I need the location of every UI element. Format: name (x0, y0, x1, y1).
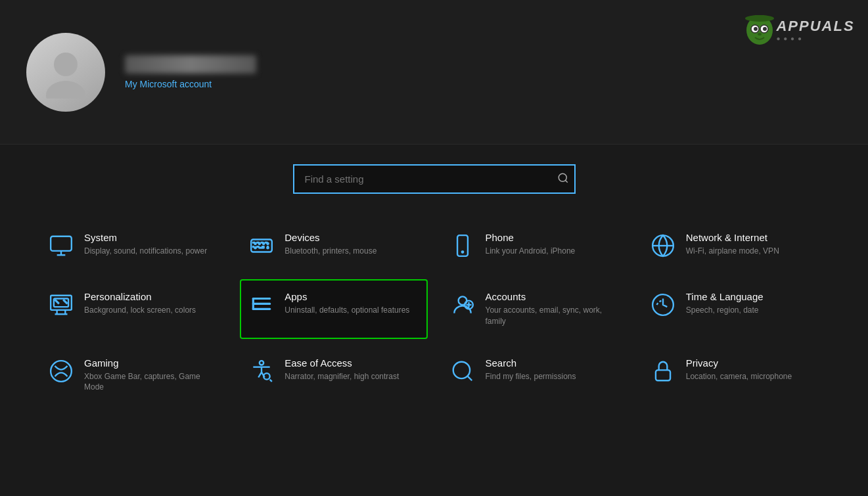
settings-desc-ease: Narrator, magnifier, high contrast (285, 371, 399, 382)
person-icon (450, 292, 475, 320)
xbox-icon (49, 359, 74, 386)
search-icon (557, 172, 569, 184)
settings-text-apps: Apps Uninstall, defaults, optional featu… (285, 291, 409, 316)
profile-info: My Microsoft account (125, 55, 256, 89)
settings-text-ease: Ease of Access Narrator, magnifier, high… (285, 357, 399, 382)
svg-rect-42 (252, 298, 271, 300)
keyboard-icon (249, 233, 274, 261)
svg-point-7 (754, 27, 758, 31)
settings-text-gaming: Gaming Xbox Game Bar, captures, Game Mod… (84, 357, 217, 394)
settings-title-devices: Devices (285, 232, 377, 243)
settings-title-apps: Apps (285, 291, 409, 302)
settings-item-devices[interactable]: Devices Bluetooth, printers, mouse (240, 220, 427, 273)
settings-text-system: System Display, sound, notifications, po… (84, 232, 207, 257)
settings-item-network[interactable]: Network & Internet Wi-Fi, airplane mode,… (641, 220, 829, 273)
settings-desc-system: Display, sound, notifications, power (84, 246, 207, 257)
settings-item-ease[interactable]: Ease of Access Narrator, magnifier, high… (240, 346, 427, 405)
phone-icon (450, 233, 475, 261)
svg-rect-45 (252, 298, 254, 310)
settings-text-personalization: Personalization Background, lock screen,… (84, 291, 196, 316)
settings-item-search[interactable]: Search Find my files, permissions (441, 346, 628, 405)
settings-title-time: Time & Language (686, 291, 764, 302)
svg-rect-23 (252, 242, 256, 244)
paint-icon (49, 292, 74, 320)
settings-title-personalization: Personalization (84, 291, 196, 302)
settings-text-search: Search Find my files, permissions (486, 357, 576, 382)
svg-point-51 (51, 361, 72, 382)
appuals-tagline: ● ● ● ● (776, 35, 802, 42)
settings-desc-personalization: Background, lock screen, colors (84, 305, 196, 316)
svg-point-10 (559, 173, 566, 181)
search-icon (450, 359, 475, 386)
search-input[interactable] (293, 164, 576, 194)
search-container (39, 164, 829, 194)
svg-point-0 (54, 53, 78, 76)
svg-point-8 (763, 27, 767, 31)
search-wrapper (293, 164, 576, 194)
microsoft-account-link[interactable]: My Microsoft account (125, 79, 256, 89)
settings-desc-search: Find my files, permissions (486, 371, 576, 382)
svg-rect-15 (251, 240, 272, 252)
appuals-logo-text: APPUALS (776, 18, 854, 35)
settings-text-time: Time & Language Speech, region, date (686, 291, 764, 316)
settings-item-privacy[interactable]: Privacy Location, camera, microphone (641, 346, 829, 405)
svg-point-1 (46, 81, 85, 99)
settings-desc-gaming: Xbox Game Bar, captures, Game Mode (84, 371, 217, 394)
search-button[interactable] (557, 172, 569, 187)
main-content: System Display, sound, notifications, po… (0, 145, 868, 424)
profile-name (125, 55, 256, 74)
appuals-logo: APPUALS ● ● ● ● (740, 10, 858, 49)
settings-desc-apps: Uninstall, defaults, optional features (285, 305, 409, 316)
settings-desc-phone: Link your Android, iPhone (486, 246, 576, 257)
settings-text-devices: Devices Bluetooth, printers, mouse (285, 232, 377, 257)
settings-title-ease: Ease of Access (285, 357, 399, 369)
avatar (26, 33, 105, 112)
monitor-icon (49, 233, 74, 261)
avatar-icon (39, 46, 92, 99)
profile-header: My Microsoft account (0, 0, 868, 145)
settings-title-gaming: Gaming (84, 357, 217, 369)
settings-title-search: Search (486, 357, 576, 369)
accessibility-icon (249, 359, 274, 386)
settings-desc-devices: Bluetooth, printers, mouse (285, 246, 377, 257)
svg-line-56 (467, 376, 472, 380)
svg-line-40 (55, 300, 59, 304)
appuals-mascot-icon (743, 12, 776, 48)
svg-line-54 (270, 379, 272, 381)
settings-desc-network: Wi-Fi, airplane mode, VPN (686, 246, 779, 257)
svg-rect-4 (755, 15, 764, 20)
svg-rect-27 (252, 246, 254, 248)
clock-icon (651, 292, 675, 320)
svg-rect-43 (252, 303, 271, 305)
svg-rect-24 (256, 242, 260, 244)
svg-point-9 (758, 33, 762, 35)
settings-item-accounts[interactable]: Accounts Your accounts, email, sync, wor… (441, 279, 628, 339)
settings-title-phone: Phone (486, 232, 576, 243)
svg-point-52 (260, 361, 263, 365)
svg-rect-30 (267, 246, 269, 248)
svg-rect-28 (256, 246, 260, 248)
svg-rect-29 (262, 246, 265, 248)
svg-line-41 (63, 300, 67, 304)
settings-item-apps[interactable]: Apps Uninstall, defaults, optional featu… (240, 279, 427, 339)
settings-item-time[interactable]: Time & Language Speech, region, date (641, 279, 829, 339)
svg-rect-44 (252, 308, 271, 310)
settings-desc-privacy: Location, camera, microphone (686, 371, 792, 382)
svg-line-11 (565, 180, 567, 182)
svg-rect-12 (51, 237, 72, 251)
settings-item-phone[interactable]: Phone Link your Android, iPhone (441, 220, 628, 273)
settings-item-gaming[interactable]: Gaming Xbox Game Bar, captures, Game Mod… (39, 346, 227, 405)
settings-title-privacy: Privacy (686, 357, 792, 369)
settings-item-personalization[interactable]: Personalization Background, lock screen,… (39, 279, 227, 339)
svg-rect-25 (261, 242, 264, 244)
settings-text-phone: Phone Link your Android, iPhone (486, 232, 576, 257)
svg-point-55 (453, 361, 469, 378)
settings-title-accounts: Accounts (486, 291, 619, 302)
svg-rect-26 (265, 242, 268, 244)
settings-text-privacy: Privacy Location, camera, microphone (686, 357, 792, 382)
svg-rect-57 (656, 370, 670, 380)
settings-item-system[interactable]: System Display, sound, notifications, po… (39, 220, 227, 273)
globe-icon (651, 233, 675, 261)
lock-icon (651, 359, 675, 386)
settings-title-system: System (84, 232, 207, 243)
